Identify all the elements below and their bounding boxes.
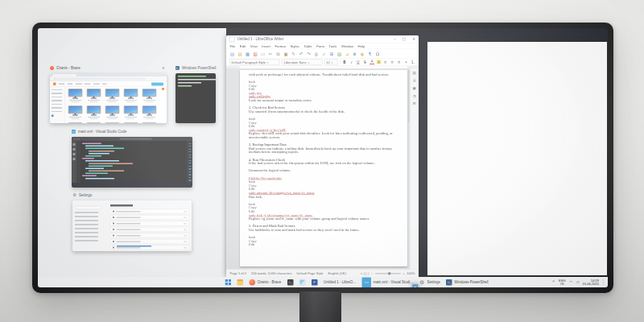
monitor-product-image — [142, 106, 156, 114]
taskview-thumbnail-vscode[interactable] — [72, 137, 192, 188]
align-left-button[interactable]: ≡ — [383, 60, 388, 64]
hidden-icons-chevron[interactable]: ^ — [552, 280, 555, 284]
menu-item[interactable]: Edit — [240, 44, 246, 48]
hyperlink-icon[interactable]: ⊕ — [352, 51, 357, 56]
product-grid — [65, 87, 167, 123]
find-replace-icon[interactable]: ◎ — [314, 51, 320, 56]
properties-icon[interactable]: ▤ — [413, 71, 416, 75]
status-page-style[interactable]: Default Page Style — [296, 271, 323, 275]
italic-button[interactable]: I — [349, 60, 354, 64]
clone-formatting-icon[interactable]: ✎ — [291, 51, 296, 56]
open-icon[interactable]: ▨ — [237, 51, 243, 56]
save-icon[interactable]: ▦ — [245, 51, 250, 56]
menu-item[interactable]: File — [230, 44, 236, 48]
taskbar-brave[interactable]: Ozanix - Brave — [248, 279, 283, 287]
code-line — [85, 148, 124, 150]
menu-item[interactable]: Window — [341, 44, 353, 48]
styles-icon[interactable]: A — [413, 79, 415, 83]
font-color-button[interactable]: A — [369, 60, 374, 64]
status-language[interactable]: English (UK) — [328, 271, 346, 275]
menu-item[interactable]: Help — [358, 44, 365, 48]
zoom-in-button[interactable]: + — [402, 271, 404, 275]
writer-title-bar[interactable]: Untitled 1 - LibreOffice Writer – ▢ ✕ — [226, 35, 419, 43]
zoom-slider[interactable] — [375, 273, 401, 275]
page-icon[interactable]: ⊞ — [413, 101, 416, 105]
menu-item[interactable]: Styles — [290, 44, 299, 48]
new-doc-icon[interactable]: ▤ — [229, 51, 235, 56]
product-price-line — [72, 118, 80, 119]
taskbar-powershell[interactable]: >_ Windows PowerShell — [445, 279, 489, 287]
taskbar-terminal[interactable]: >_ — [286, 279, 295, 287]
minimize-button[interactable]: – — [394, 37, 396, 41]
taskbar-explorer[interactable] — [236, 279, 245, 287]
menu-item[interactable]: Table — [303, 44, 312, 48]
menu-item[interactable]: View — [250, 44, 258, 48]
monitor-product-image — [87, 123, 101, 124]
zoom-slider-knob[interactable] — [388, 272, 391, 275]
insert-chart-icon[interactable]: ⊿ — [345, 51, 350, 56]
paragraph-style-select[interactable]: Default Paragraph Style▾ — [229, 60, 280, 65]
strikethrough-button[interactable]: S — [363, 60, 368, 64]
align-center-button[interactable]: ≡ — [390, 60, 395, 64]
bold-button[interactable]: B — [342, 60, 347, 64]
formatting-marks-icon[interactable]: ¶ — [367, 51, 373, 56]
bullet-list-button[interactable]: • — [404, 60, 409, 64]
document-page[interactable]: with pvck or pvchange) for each physical… — [240, 70, 407, 266]
print-icon[interactable]: ▭ — [260, 51, 266, 56]
cut-icon[interactable]: ✂ — [268, 51, 274, 56]
gallery-icon[interactable]: ▣ — [413, 86, 416, 90]
clock[interactable]: 14:29 15-06-2025 — [583, 279, 599, 286]
taskview-thumbnail-powershell[interactable] — [175, 73, 216, 123]
status-page[interactable]: Page 1 of 2 — [230, 271, 246, 275]
site-header — [50, 81, 167, 87]
volume-icon[interactable]: ◁ — [576, 280, 579, 284]
redo-icon[interactable]: ↷ — [306, 51, 312, 56]
taskview-thumbnail-settings[interactable] — [72, 200, 192, 251]
status-wordcount[interactable]: 556 words, 3,065 characters — [251, 271, 291, 275]
insert-image-icon[interactable]: ▧ — [336, 51, 342, 56]
product-card — [122, 106, 139, 122]
insert-table-icon[interactable]: ⊞ — [329, 51, 335, 56]
menu-item[interactable]: Tools — [329, 44, 337, 48]
product-card — [104, 123, 121, 124]
undo-icon[interactable]: ↶ — [299, 51, 304, 56]
numbered-list-button[interactable]: 1. — [411, 60, 415, 64]
close-icon[interactable]: ✕ — [162, 66, 165, 70]
taskbar-vscode[interactable]: <> main.xml - Visual Studi... — [361, 279, 414, 287]
taskview-title: Settings — [79, 193, 92, 197]
zoom-level[interactable]: 100% — [407, 271, 415, 275]
taskbar-photos[interactable] — [298, 279, 307, 287]
navigator-icon[interactable]: ◔ — [413, 94, 416, 98]
font-size-select[interactable]: 12▾ — [324, 60, 338, 65]
menu-item[interactable]: Insert — [262, 44, 270, 48]
spelling-icon[interactable]: ✓ — [321, 51, 327, 56]
taskbar-settings[interactable]: ⚙ Settings — [418, 279, 441, 287]
taskbar-blue-app[interactable]: P — [310, 279, 319, 287]
show-desktop-button[interactable] — [604, 279, 605, 286]
comment-icon[interactable]: ◉ — [360, 51, 365, 56]
align-right-button[interactable]: ≡ — [397, 60, 402, 64]
special-char-icon[interactable]: Ω — [375, 51, 381, 56]
product-card — [67, 123, 84, 124]
maximize-button[interactable]: ▢ — [402, 37, 406, 41]
zoom-out-button[interactable]: − — [371, 271, 373, 275]
taskview-thumbnail-brave[interactable] — [50, 73, 167, 123]
copy-icon[interactable]: ⧉ — [275, 51, 281, 56]
powershell-icon: >_ — [446, 279, 452, 286]
taskbar-writer[interactable]: ≡ Untitled 1 - LibreO... — [322, 279, 357, 287]
menu-item[interactable]: Form — [316, 44, 324, 48]
wifi-icon[interactable]: ◠ — [569, 280, 572, 284]
font-name-select[interactable]: Liberation Sans▾ — [282, 60, 322, 65]
monitor-product-image — [105, 89, 119, 97]
product-card — [141, 106, 158, 122]
export-pdf-icon[interactable]: ▥ — [253, 51, 258, 56]
taskbar-start[interactable] — [224, 279, 233, 287]
close-button[interactable]: ✕ — [412, 37, 415, 41]
brave-icon — [50, 66, 54, 70]
underline-button[interactable]: U — [356, 60, 361, 64]
view-layout-icons[interactable]: ▭ ▯▯ ▯ — [361, 272, 369, 275]
menu-item[interactable]: Format — [275, 44, 285, 48]
highlight-color-button[interactable]: A — [377, 60, 382, 64]
language-indicator[interactable]: ENGIN — [559, 279, 566, 286]
paste-icon[interactable]: ▣ — [283, 51, 289, 56]
